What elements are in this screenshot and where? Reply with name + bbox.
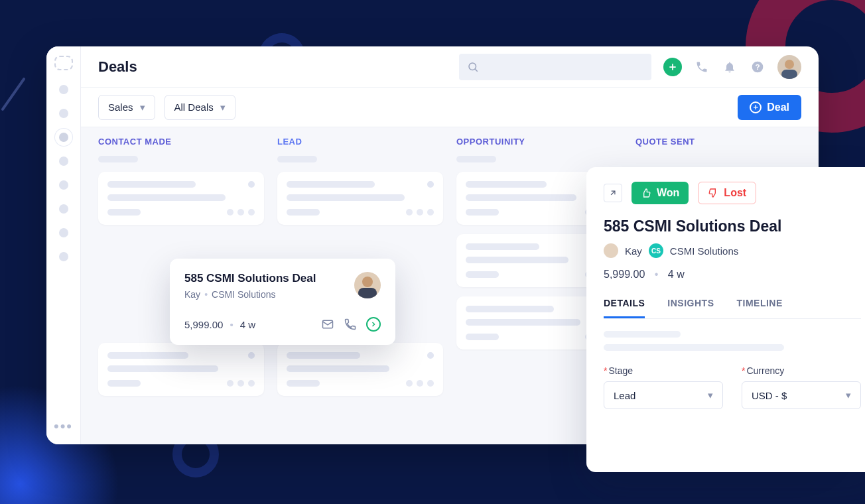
chevron-down-icon: ▾ bbox=[220, 101, 226, 113]
plus-icon bbox=[668, 62, 677, 72]
placeholder bbox=[604, 344, 784, 351]
deal-card-highlighted[interactable]: 585 CSMI Solutions Deal Kay•CSMI Solutio… bbox=[170, 259, 395, 345]
stage-select[interactable]: Lead ▾ bbox=[604, 381, 723, 409]
deal-card-placeholder[interactable] bbox=[277, 343, 443, 396]
page-title: Deals bbox=[98, 58, 137, 76]
sidebar-item-deals[interactable] bbox=[59, 133, 68, 142]
mark-lost-button[interactable]: Lost bbox=[698, 182, 756, 204]
stage-value: Lead bbox=[614, 390, 635, 401]
sidebar-item[interactable] bbox=[59, 180, 68, 190]
tab-insights[interactable]: INSIGHTS bbox=[667, 298, 714, 318]
advance-stage-button[interactable] bbox=[366, 317, 381, 332]
deal-card-placeholder[interactable] bbox=[98, 172, 264, 225]
placeholder bbox=[456, 156, 496, 162]
phone-icon[interactable] bbox=[344, 318, 357, 331]
panel-age: 4 w bbox=[668, 269, 685, 280]
thumbs-down-icon bbox=[708, 188, 718, 198]
deal-detail-panel: Won Lost 585 CSMI Solutions Deal Kay CS … bbox=[586, 167, 865, 472]
svg-line-1 bbox=[475, 69, 477, 71]
panel-company[interactable]: CSMI Solutions bbox=[670, 245, 738, 257]
panel-contact[interactable]: Kay bbox=[625, 245, 642, 257]
mark-won-button[interactable]: Won bbox=[632, 182, 689, 204]
deal-title: 585 CSMI Solutions Deal bbox=[184, 272, 316, 285]
panel-title: 585 CSMI Solutions Deal bbox=[604, 218, 861, 235]
sidebar-more-icon[interactable]: ••• bbox=[54, 418, 73, 435]
deal-contact: Kay bbox=[184, 289, 200, 300]
won-label: Won bbox=[657, 187, 679, 199]
mail-icon[interactable] bbox=[321, 318, 334, 331]
placeholder bbox=[604, 331, 681, 338]
new-deal-button[interactable]: + Deal bbox=[738, 95, 801, 120]
svg-point-6 bbox=[785, 60, 794, 69]
sidebar-item[interactable] bbox=[59, 85, 68, 94]
placeholder bbox=[98, 156, 138, 162]
stage-field: *Stage Lead ▾ bbox=[604, 365, 723, 409]
tab-details[interactable]: DETAILS bbox=[604, 298, 645, 318]
deal-card-placeholder[interactable] bbox=[98, 343, 264, 396]
currency-value: USD - $ bbox=[752, 390, 787, 401]
deal-subtitle: Kay•CSMI Solutions bbox=[184, 289, 316, 300]
sidebar-item[interactable] bbox=[59, 252, 68, 261]
stage-label: *Stage bbox=[604, 365, 723, 376]
contact-avatar bbox=[354, 272, 381, 298]
sidebar-item[interactable] bbox=[59, 228, 68, 237]
app-logo-icon bbox=[54, 56, 73, 70]
chevron-down-icon: ▾ bbox=[708, 389, 713, 401]
panel-amount-row: 5,999.00 • 4 w bbox=[604, 269, 861, 281]
bell-icon[interactable] bbox=[722, 59, 738, 75]
topbar: Deals ? bbox=[81, 46, 819, 88]
sidebar-item[interactable] bbox=[59, 109, 68, 118]
search-input[interactable] bbox=[459, 54, 651, 80]
plus-circle-icon: + bbox=[750, 101, 762, 113]
svg-point-0 bbox=[469, 63, 476, 70]
tab-timeline[interactable]: TIMELINE bbox=[736, 298, 782, 318]
filter-bar: Sales ▾ All Deals ▾ + Deal bbox=[81, 88, 819, 127]
pipeline-select[interactable]: Sales ▾ bbox=[98, 95, 155, 120]
sidebar: ••• bbox=[46, 46, 81, 444]
pipeline-value: Sales bbox=[108, 101, 133, 113]
user-avatar[interactable] bbox=[777, 55, 801, 79]
panel-amount: 5,999.00 bbox=[604, 269, 645, 280]
deal-card-placeholder[interactable] bbox=[277, 172, 443, 225]
currency-label: *Currency bbox=[742, 365, 861, 376]
placeholder bbox=[277, 156, 317, 162]
search-icon bbox=[467, 61, 479, 73]
deal-amount: 5,999.00 bbox=[184, 319, 223, 330]
column-header: LEAD bbox=[277, 137, 443, 147]
svg-rect-7 bbox=[781, 70, 797, 79]
currency-field: *Currency USD - $ ▾ bbox=[742, 365, 861, 409]
panel-tabs: DETAILS INSIGHTS TIMELINE bbox=[604, 298, 861, 319]
panel-body: *Stage Lead ▾ *Currency USD - $ ▾ bbox=[604, 331, 861, 409]
contact-avatar-icon bbox=[604, 243, 618, 258]
bg-shape bbox=[1, 77, 26, 111]
svg-text:?: ? bbox=[755, 62, 760, 71]
phone-icon[interactable] bbox=[694, 59, 710, 75]
deal-company: CSMI Solutions bbox=[212, 289, 275, 300]
sidebar-item[interactable] bbox=[59, 204, 68, 214]
new-deal-label: Deal bbox=[767, 101, 789, 113]
lost-label: Lost bbox=[724, 187, 746, 199]
svg-point-8 bbox=[362, 277, 373, 287]
deal-age: 4 w bbox=[240, 319, 255, 330]
column-header: OPPORTUINITY bbox=[456, 137, 622, 147]
scope-select[interactable]: All Deals ▾ bbox=[165, 95, 235, 120]
chevron-down-icon: ▾ bbox=[846, 389, 851, 401]
currency-select[interactable]: USD - $ ▾ bbox=[742, 381, 861, 409]
chevron-down-icon: ▾ bbox=[140, 101, 145, 113]
scope-value: All Deals bbox=[174, 101, 214, 113]
sidebar-item[interactable] bbox=[59, 157, 68, 166]
add-button[interactable] bbox=[663, 58, 682, 76]
help-icon[interactable]: ? bbox=[750, 59, 765, 75]
panel-meta: Kay CS CSMI Solutions bbox=[604, 243, 861, 258]
thumbs-up-icon bbox=[641, 188, 651, 198]
svg-rect-9 bbox=[358, 288, 377, 298]
column-header: CONTACT MADE bbox=[98, 137, 264, 147]
column-header: QUOTE SENT bbox=[635, 137, 801, 147]
expand-button[interactable] bbox=[604, 184, 622, 202]
company-badge-icon: CS bbox=[649, 243, 663, 258]
